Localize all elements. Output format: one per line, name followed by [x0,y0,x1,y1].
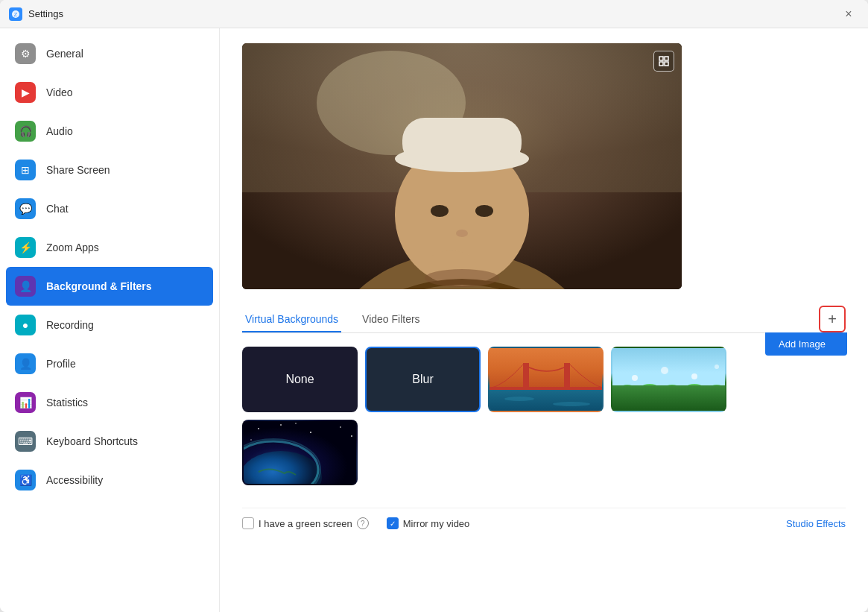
video-expand-button[interactable] [653,51,674,72]
profile-icon: 👤 [15,353,36,374]
backgrounds-grid: None Blur [242,347,846,485]
sidebar-item-recording[interactable]: ●Recording [0,306,219,344]
sidebar-label-recording: Recording [46,319,94,331]
svg-rect-17 [665,62,668,66]
svg-point-40 [340,426,341,428]
svg-point-37 [258,428,259,429]
mirror-video-label: Mirror my video [403,518,470,529]
svg-text:Z: Z [14,11,18,18]
video-preview [242,43,682,289]
tabs-row: Virtual Backgrounds Video Filters + Add … [242,306,846,333]
svg-rect-19 [490,389,604,412]
settings-window: Z Settings × ⚙General▶Video🎧Audio⊞Share … [0,0,868,612]
sidebar-label-video: Video [46,86,73,98]
svg-rect-14 [659,57,663,60]
sidebar-label-bg-filters: Background & Filters [46,280,152,292]
sidebar-item-bg-filters[interactable]: 👤Background & Filters [6,267,213,306]
sidebar-label-audio: Audio [46,125,73,137]
tab-video-filters[interactable]: Video Filters [359,307,423,332]
sidebar-label-chat: Chat [46,203,69,215]
svg-point-34 [691,373,697,379]
svg-point-29 [665,385,679,389]
sidebar-label-zoom-apps: Zoom Apps [46,242,99,253]
sidebar-label-general: General [46,48,83,60]
sidebar-label-profile: Profile [46,358,76,370]
svg-point-10 [475,205,493,217]
zoom-apps-icon: ⚡ [15,237,36,258]
sidebar-item-share-screen[interactable]: ⊞Share Screen [0,151,219,189]
sidebar-item-statistics[interactable]: 📊Statistics [0,383,219,422]
chat-icon: 💬 [15,198,36,219]
svg-point-23 [504,397,534,401]
sidebar-item-audio[interactable]: 🎧Audio [0,112,219,151]
window-title: Settings [28,8,832,19]
svg-point-42 [250,439,252,441]
mirror-video-row: ✓ Mirror my video [387,517,470,529]
svg-rect-25 [612,348,726,389]
bg-none-label: None [285,373,314,386]
svg-rect-20 [490,387,604,390]
green-screen-checkbox[interactable] [242,517,254,529]
accessibility-icon: ♿ [15,470,36,490]
titlebar: Z Settings × [0,0,868,28]
sidebar-label-statistics: Statistics [46,397,88,408]
app-icon: Z [9,7,22,21]
recording-icon: ● [15,315,36,335]
sidebar-item-general[interactable]: ⚙General [0,34,219,73]
sidebar-label-accessibility: Accessibility [46,474,103,486]
bg-item-golden-gate[interactable] [488,347,604,412]
video-feed [242,43,682,289]
sidebar-item-chat[interactable]: 💬Chat [0,189,219,228]
sidebar-item-profile[interactable]: 👤Profile [0,344,219,383]
general-icon: ⚙ [15,43,36,64]
svg-rect-26 [612,385,726,412]
svg-point-43 [295,423,297,424]
main-content: ⚙General▶Video🎧Audio⊞Share Screen💬Chat⚡Z… [0,28,868,612]
sidebar: ⚙General▶Video🎧Audio⊞Share Screen💬Chat⚡Z… [0,28,220,612]
svg-point-30 [687,384,702,388]
sidebar-item-accessibility[interactable]: ♿Accessibility [0,461,219,499]
green-screen-row: I have a green screen ? [242,517,369,529]
close-button[interactable]: × [838,4,859,25]
svg-rect-16 [659,62,663,66]
content-area: Virtual Backgrounds Video Filters + Add … [220,28,868,612]
svg-point-39 [310,432,311,433]
svg-point-33 [661,367,668,374]
svg-point-41 [351,435,352,437]
statistics-icon: 📊 [15,392,36,413]
mirror-video-checkbox[interactable]: ✓ [387,517,399,529]
svg-point-13 [425,269,499,287]
studio-effects-link[interactable]: Studio Effects [786,518,846,529]
add-image-wrapper: + Add Image [819,306,846,332]
sidebar-item-video[interactable]: ▶Video [0,73,219,112]
bg-filters-icon: 👤 [15,276,36,297]
green-screen-info-icon[interactable]: ? [357,517,369,529]
bg-blur-label: Blur [412,373,433,386]
svg-point-24 [553,402,590,406]
sidebar-label-keyboard: Keyboard Shortcuts [46,435,138,447]
bg-item-space[interactable] [242,420,358,485]
svg-point-35 [715,365,719,369]
keyboard-icon: ⌨ [15,431,36,452]
add-image-tooltip: Add Image [765,332,847,356]
svg-rect-15 [665,57,668,60]
svg-point-32 [632,375,638,381]
add-image-button[interactable]: + [819,306,846,332]
svg-point-38 [280,424,282,426]
green-screen-label: I have a green screen [259,518,352,529]
sidebar-item-zoom-apps[interactable]: ⚡Zoom Apps [0,228,219,267]
svg-point-11 [456,230,468,237]
share-screen-icon: ⊞ [15,160,36,180]
svg-point-31 [711,385,723,389]
svg-point-27 [621,385,633,389]
bottom-bar: I have a green screen ? ✓ Mirror my vide… [242,508,846,529]
bg-item-grass[interactable] [611,347,726,412]
svg-point-9 [431,205,449,217]
audio-icon: 🎧 [15,121,36,142]
bg-item-blur[interactable]: Blur [365,347,481,412]
svg-rect-18 [490,348,604,389]
tab-virtual-backgrounds[interactable]: Virtual Backgrounds [242,307,341,332]
svg-point-28 [642,384,657,388]
sidebar-item-keyboard[interactable]: ⌨Keyboard Shortcuts [0,422,219,461]
bg-item-none[interactable]: None [242,347,358,412]
